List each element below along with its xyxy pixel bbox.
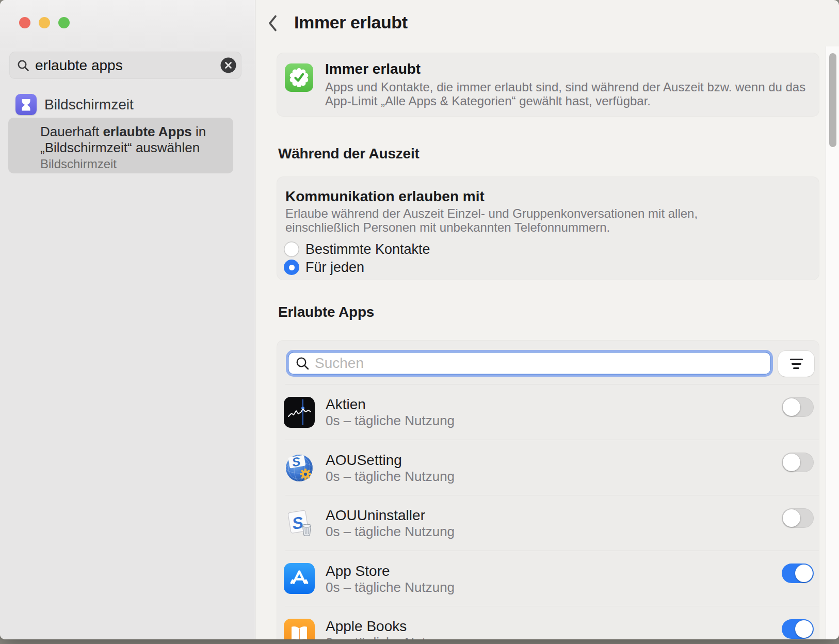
app-usage: 0s – tägliche Nutzung (326, 413, 455, 428)
minimize-window-button[interactable] (39, 17, 50, 28)
zoom-window-button[interactable] (58, 17, 70, 28)
trash-icon (303, 524, 311, 536)
section-header-downtime: Während der Auszeit (278, 146, 420, 162)
app-usage: 0s – tägliche Nutzung (326, 524, 455, 539)
app-usage: 0s – tägliche Nutzung (326, 580, 455, 595)
apps-search-focus-ring (286, 350, 773, 377)
result-line-1: Dauerhaft erlaubte Apps in (40, 124, 226, 140)
app-toggle[interactable] (782, 453, 814, 472)
search-icon (17, 59, 30, 72)
app-name: Apple Books (326, 618, 455, 635)
gear-icon (300, 469, 311, 480)
chevron-left-icon (265, 13, 281, 33)
result-highlight: erlaubte Apps (103, 124, 191, 139)
app-name: AOUSetting (326, 452, 455, 469)
scrollbar-track[interactable] (826, 46, 839, 639)
result-category: Bildschirmzeit (40, 156, 226, 171)
app-toggle[interactable] (782, 564, 814, 583)
communication-card-description: Erlaube während der Auszeit Einzel- und … (285, 207, 768, 234)
app-row-aouuninstaller: S AOUUninstaller 0s – tägliche Nutzung (285, 495, 819, 551)
app-name: Aktien (326, 396, 455, 413)
section-header-allowed-apps: Erlaubte Apps (278, 304, 374, 320)
back-button[interactable] (264, 13, 282, 33)
search-result-selected[interactable]: Dauerhaft erlaubte Apps in „Bildschirmze… (8, 118, 233, 173)
stocks-app-icon (284, 397, 315, 428)
aou-setting-app-icon: S (284, 452, 315, 483)
app-toggle[interactable] (782, 508, 814, 528)
window-controls (19, 17, 70, 28)
search-input[interactable] (35, 57, 248, 74)
apps-search-field[interactable] (288, 352, 771, 375)
sidebar-search-field[interactable] (9, 52, 241, 79)
radio-button[interactable] (284, 260, 299, 275)
app-row-aousetting: S (285, 440, 819, 495)
search-result-bildschirmzeit[interactable]: Bildschirmzeit (15, 94, 134, 115)
app-store-app-icon (284, 563, 315, 594)
app-usage: 0s – tägliche Nutzung (326, 469, 455, 484)
info-card-title: Immer erlaubt (325, 61, 421, 77)
result-app-label: Bildschirmzeit (44, 96, 134, 113)
allowed-apps-card: Aktien 0s – tägliche Nutzung (277, 341, 819, 639)
filter-button[interactable] (778, 351, 814, 377)
clear-search-button[interactable] (220, 57, 236, 73)
close-window-button[interactable] (19, 17, 30, 28)
aou-uninstaller-app-icon: S (284, 508, 315, 539)
result-line-2: „Bildschirmzeit“ auswählen (40, 140, 226, 156)
app-name: AOUUninstaller (326, 507, 455, 524)
apple-books-app-icon (284, 619, 315, 640)
radio-button[interactable] (284, 242, 299, 257)
system-settings-window: Bildschirmzeit Dauerhaft erlaubte Apps i… (0, 0, 839, 639)
app-row-app-store: App Store 0s – tägliche Nutzung (285, 551, 819, 606)
always-allowed-shield-icon (285, 63, 313, 92)
radio-label: Bestimmte Kontakte (305, 242, 430, 257)
communication-card-title: Kommunikation erlauben mit (285, 188, 485, 205)
scrollbar-thumb[interactable] (829, 53, 836, 147)
info-card: Immer erlaubt Apps und Kontakte, die imm… (277, 53, 819, 116)
sidebar: Bildschirmzeit Dauerhaft erlaubte Apps i… (0, 0, 255, 639)
app-toggle[interactable] (782, 619, 814, 639)
option-specific-contacts[interactable]: Bestimmte Kontakte (284, 240, 430, 258)
close-icon (220, 57, 236, 73)
communication-card: Kommunikation erlauben mit Erlaube währe… (277, 177, 819, 280)
search-icon (295, 356, 310, 371)
app-row-apple-books: Apple Books 0s – tägliche Nutzung (285, 606, 819, 639)
page-title: Immer erlaubt (294, 12, 408, 33)
option-everyone[interactable]: Für jeden (284, 259, 364, 276)
app-name: App Store (326, 562, 455, 579)
app-row-aktien: Aktien 0s – tägliche Nutzung (285, 384, 819, 440)
screen-time-hourglass-icon (15, 94, 37, 115)
apps-search-input[interactable] (315, 355, 771, 372)
info-card-description: Apps und Kontakte, die immer erlaubt sin… (325, 80, 808, 108)
app-usage: 0s – tägliche Nutzung (326, 635, 455, 639)
app-toggle[interactable] (782, 397, 814, 417)
radio-label: Für jeden (305, 260, 364, 276)
